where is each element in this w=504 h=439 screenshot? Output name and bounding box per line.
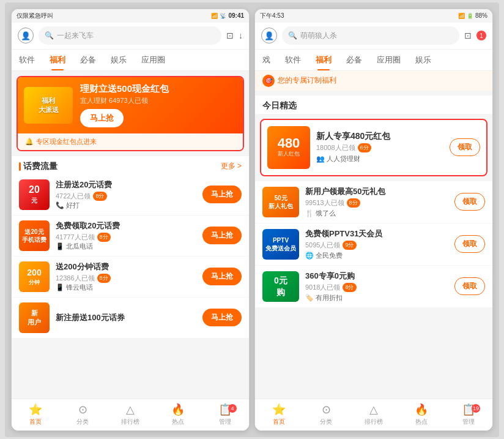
left-list-item-1: 20元 注册送20元话费 4722人已领 8分 📞 好打 马上抢 xyxy=(12,174,249,216)
left-item-info-1: 注册送20元话费 4722人已领 8分 📞 好打 xyxy=(56,179,196,210)
right-banner-title: 新人专享480元红包 xyxy=(316,131,443,142)
left-nav-rank[interactable]: △ 排行榜 xyxy=(106,403,154,426)
right-item-count-1: 99513人已领 xyxy=(305,198,344,208)
left-search-input[interactable]: 🔍 一起来飞车 xyxy=(39,26,221,45)
right-banner-source: 👥 人人贷理财 xyxy=(316,154,443,163)
right-nav-category-label: 分类 xyxy=(320,418,332,426)
left-nav-hot[interactable]: 🔥 热点 xyxy=(154,403,202,426)
right-item-img-1: 50元新人礼包 xyxy=(262,187,299,217)
left-item-name-3: 送200分钟话费 xyxy=(56,261,196,272)
right-status-bar: 下午4:53 📶 🔋 88% xyxy=(255,9,492,23)
left-scan-icon[interactable]: ⊡ xyxy=(226,31,234,40)
left-search-bar: 👤 🔍 一起来飞车 ⊡ ↓ xyxy=(12,23,249,50)
right-wifi-icon: 📶 xyxy=(458,13,465,19)
left-search-icon: 🔍 xyxy=(45,31,54,40)
right-list-item-2: PPTV免费送会员 免费领PPTV31天会员 5095人已领 9分 🌐 全民免费… xyxy=(255,223,492,266)
right-nav-rank-label: 排行榜 xyxy=(365,418,383,426)
right-banner-smalltext: 新人红包 xyxy=(278,150,300,158)
right-banner-inner: 480 新人红包 新人专享480元红包 18008人已领 6分 👥 人人贷理财 xyxy=(261,120,486,175)
right-nav-manage-badge: 19 xyxy=(472,404,480,413)
right-bottom-nav: ⭐ 首页 ⊙ 分类 △ 排行榜 🔥 热点 19 📋 管理 xyxy=(255,399,492,430)
left-nav-category[interactable]: ⊙ 分类 xyxy=(59,403,107,426)
phones-container: 仅限紧急呼叫 📶 📡 09:41 👤 🔍 一起来飞车 ⊡ ↓ 软件 福利 必备 xyxy=(5,2,499,437)
right-search-input[interactable]: 🔍 萌萌狼人杀 xyxy=(282,26,459,45)
right-nav-tabs: 戏 软件 福利 必备 应用圈 娱乐 xyxy=(255,50,492,71)
right-nav-manage[interactable]: 19 📋 管理 xyxy=(445,403,492,426)
left-nav-tabs: 软件 福利 必备 娱乐 应用圈 xyxy=(12,50,249,71)
left-item-meta-3: 12386人已领 8分 xyxy=(56,274,196,283)
right-list-item-1: 50元新人礼包 新用户领最高50元礼包 99513人已领 8分 🍴 饿了么 领取 xyxy=(255,181,492,223)
left-banner-btn[interactable]: 马上抢 xyxy=(80,109,124,127)
left-banner-footer[interactable]: 🔔 专区现金红包点进来 xyxy=(18,133,243,150)
left-item-btn-3[interactable]: 马上抢 xyxy=(202,268,242,285)
right-tab-welfare[interactable]: 福利 xyxy=(308,50,339,70)
right-tab-essential[interactable]: 必备 xyxy=(339,50,369,70)
right-banner-source-icon: 👥 xyxy=(316,155,325,163)
right-status-icons: 📶 🔋 88% xyxy=(458,12,487,19)
right-source-text-2: 全民免费 xyxy=(316,251,343,260)
right-item-info-2: 免费领PPTV31天会员 5095人已领 9分 🌐 全民免费 xyxy=(305,228,448,260)
right-promo-text: 您的专属订制福利 xyxy=(278,75,336,86)
right-banner-btn[interactable]: 领取 xyxy=(450,138,480,156)
left-user-icon[interactable]: 👤 xyxy=(18,28,34,43)
left-item-badge-2: 8分 xyxy=(97,233,111,242)
right-item-btn-2[interactable]: 领取 xyxy=(454,235,485,253)
right-item-badge-3: 8分 xyxy=(343,283,356,292)
left-search-text: 一起来飞车 xyxy=(57,31,94,41)
left-download-icon[interactable]: ↓ xyxy=(239,31,243,40)
right-banner-bignum: 480 xyxy=(278,137,300,150)
right-nav-category[interactable]: ⊙ 分类 xyxy=(303,403,350,426)
left-banner-logo: 福利大派送 xyxy=(24,87,73,124)
right-promo-icon: 🎯 xyxy=(262,75,275,87)
right-source-icon-2: 🌐 xyxy=(305,252,314,260)
right-nav-hot-icon: 🔥 xyxy=(415,403,428,416)
left-status-left: 仅限紧急呼叫 xyxy=(17,12,53,20)
left-item-meta-1: 4722人已领 8分 xyxy=(56,192,196,201)
right-item-meta-1: 99513人已领 8分 xyxy=(305,198,448,208)
left-nav-manage-badge: 4 xyxy=(228,404,237,413)
left-tab-appstore[interactable]: 应用圈 xyxy=(134,50,172,70)
left-nav-home-label: 首页 xyxy=(29,418,42,426)
right-nav-rank[interactable]: △ 排行榜 xyxy=(350,403,398,426)
right-item-count-2: 5095人已领 xyxy=(305,241,340,250)
left-item-btn-2[interactable]: 马上抢 xyxy=(202,227,242,244)
left-tab-essential[interactable]: 必备 xyxy=(73,50,103,70)
right-nav-home[interactable]: ⭐ 首页 xyxy=(255,403,303,426)
right-nav-manage-label: 管理 xyxy=(462,418,475,426)
left-item-count-2: 41777人已领 xyxy=(56,233,95,242)
right-scan-icon[interactable]: ⊡ xyxy=(464,31,472,40)
right-nav-hot[interactable]: 🔥 热点 xyxy=(398,403,445,426)
right-status-time: 下午4:53 xyxy=(260,12,284,20)
right-item-btn-3[interactable]: 领取 xyxy=(454,277,485,295)
left-item-img-4: 新用户 xyxy=(19,302,50,333)
left-nav-category-icon: ⊙ xyxy=(78,403,87,416)
left-tab-entertainment[interactable]: 娱乐 xyxy=(103,50,134,70)
left-search-actions: ⊡ ↓ xyxy=(226,31,243,40)
right-tab-entertainment[interactable]: 娱乐 xyxy=(408,50,439,70)
left-item-btn-1[interactable]: 马上抢 xyxy=(202,186,242,203)
right-user-icon[interactable]: 👤 xyxy=(261,28,277,43)
right-item-badge-1: 8分 xyxy=(347,198,360,208)
left-time: 09:41 xyxy=(228,12,244,19)
left-status-icons: 📶 📡 09:41 xyxy=(211,12,244,19)
left-item-btn-4[interactable]: 马上抢 xyxy=(202,309,242,326)
left-bottom-nav: ⭐ 首页 ⊙ 分类 △ 排行榜 🔥 热点 4 📋 管理 xyxy=(12,399,249,430)
left-nav-manage[interactable]: 4 📋 管理 xyxy=(201,403,249,426)
right-banner-source-text: 人人贷理财 xyxy=(327,154,360,163)
right-tab-appstore[interactable]: 应用圈 xyxy=(369,50,408,70)
left-item-badge-3: 8分 xyxy=(97,274,111,283)
left-section-more[interactable]: 更多 > xyxy=(221,161,242,171)
right-tab-software[interactable]: 软件 xyxy=(278,50,308,70)
left-signal-icon: 📶 xyxy=(211,13,218,19)
left-tab-software[interactable]: 软件 xyxy=(12,50,42,70)
right-banner-img: 480 新人红包 xyxy=(267,126,310,169)
left-tab-welfare[interactable]: 福利 xyxy=(42,50,73,70)
left-source-icon-1: 📞 xyxy=(56,201,64,209)
left-nav-home[interactable]: ⭐ 首页 xyxy=(12,403,59,426)
right-source-icon-3: 🏷️ xyxy=(305,294,314,302)
right-battery-icon: 🔋 xyxy=(467,13,473,19)
right-battery-pct: 88% xyxy=(475,12,487,19)
right-tab-game[interactable]: 戏 xyxy=(255,50,278,70)
right-content: 🎯 您的专属订制福利 今日精选 480 新人红包 新人专享480元红包 1800… xyxy=(255,71,492,399)
right-item-btn-1[interactable]: 领取 xyxy=(454,193,485,211)
